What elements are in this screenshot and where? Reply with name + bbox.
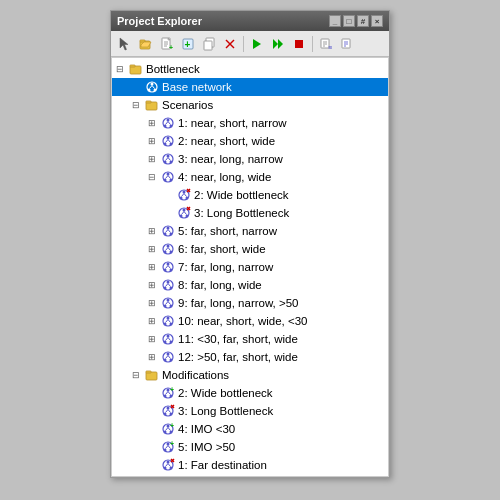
add-button[interactable]: + (178, 34, 198, 54)
separator-2 (312, 36, 313, 52)
svg-line-33 (150, 86, 153, 89)
svg-point-62 (183, 191, 186, 194)
open-folder-button[interactable] (136, 34, 156, 54)
svg-text:≡: ≡ (328, 44, 332, 51)
svg-rect-36 (146, 101, 151, 103)
settings-button[interactable]: ≡ (316, 34, 336, 54)
scenario-6-item[interactable]: ⊞ 6: far, short, wide (112, 240, 388, 258)
modifications-expand-button[interactable]: ⊟ (128, 367, 144, 383)
restore-button[interactable]: □ (343, 15, 355, 27)
svg-line-60 (168, 176, 171, 179)
svg-point-129 (164, 395, 167, 398)
s5-expand[interactable]: ⊞ (144, 223, 160, 239)
scenario-12-item[interactable]: ⊞ 12: >50, far, short, wide (112, 348, 388, 366)
scenario-5-label: 5: far, short, narrow (178, 225, 277, 237)
mod-3-item[interactable]: + 4: IMO <30 (112, 420, 388, 438)
svg-point-45 (164, 143, 167, 146)
svg-marker-14 (253, 39, 261, 49)
svg-point-31 (148, 89, 151, 92)
svg-line-106 (168, 302, 171, 305)
s9-expand[interactable]: ⊞ (144, 295, 160, 311)
svg-point-50 (167, 155, 170, 158)
svg-marker-16 (278, 39, 283, 49)
scenario-3-item[interactable]: ⊞ 3: near, long, narrow (112, 150, 388, 168)
scenario-7-item[interactable]: ⊞ 7: far, long, narrow (112, 258, 388, 276)
s2-expand[interactable]: ⊞ (144, 133, 160, 149)
svg-point-97 (164, 287, 167, 290)
run-all-button[interactable] (268, 34, 288, 54)
s6-expand[interactable]: ⊞ (144, 241, 160, 257)
stop-button[interactable] (289, 34, 309, 54)
scenario-10-item[interactable]: ⊞ 10: near, short, wide, <30 (112, 312, 388, 330)
scenario-9-item[interactable]: ⊞ 9: far, long, narrow, >50 (112, 294, 388, 312)
pin-button[interactable]: # (357, 15, 369, 27)
settings2-button[interactable] (337, 34, 357, 54)
scenarios-folder-icon (144, 97, 160, 113)
scenarios-expand-button[interactable]: ⊟ (128, 97, 144, 113)
cursor-icon (118, 37, 132, 51)
scenario-5-item[interactable]: ⊞ 5: far, short, narrow (112, 222, 388, 240)
scenario-3-icon (160, 151, 176, 167)
mod-2-item[interactable]: 3: Long Bottleneck (112, 402, 388, 420)
s4-child-2-icon (176, 205, 192, 221)
cursor-tool-button[interactable] (115, 34, 135, 54)
base-network-item[interactable]: Base network (112, 78, 388, 96)
svg-point-79 (164, 233, 167, 236)
scenarios-folder-item[interactable]: ⊟ Scenarios (112, 96, 388, 114)
svg-line-99 (166, 284, 169, 287)
s10-expand[interactable]: ⊞ (144, 313, 160, 329)
svg-line-123 (166, 356, 169, 359)
scenario-6-label: 6: far, short, wide (178, 243, 266, 255)
svg-point-38 (167, 119, 170, 122)
svg-line-53 (166, 158, 169, 161)
svg-line-118 (168, 338, 171, 341)
run-button[interactable] (247, 34, 267, 54)
s12-expand[interactable]: ⊞ (144, 349, 160, 365)
mod-4-icon: + (160, 439, 176, 455)
mod-2-icon (160, 403, 176, 419)
s8-expand[interactable]: ⊞ (144, 277, 160, 293)
scenario-4-item[interactable]: ⊟ 4: near, long, wide (112, 168, 388, 186)
copy-icon (202, 37, 216, 51)
minimize-button[interactable]: _ (329, 15, 341, 27)
svg-point-85 (164, 251, 167, 254)
svg-line-153 (166, 446, 169, 449)
modifications-folder-item[interactable]: ⊟ Modifications (112, 366, 388, 384)
svg-point-135 (167, 407, 170, 410)
s4-child-2-label: 3: Long Bottleneck (194, 207, 289, 219)
svg-line-139 (168, 410, 171, 413)
svg-point-121 (164, 359, 167, 362)
mod-4-item[interactable]: + 5: IMO >50 (112, 438, 388, 456)
scenario-1-item[interactable]: ⊞ 1: near, short, narrow (112, 114, 388, 132)
svg-point-157 (167, 461, 170, 464)
mod-1-label: 2: Wide bottleneck (178, 387, 273, 399)
s7-expand[interactable]: ⊞ (144, 259, 160, 275)
svg-line-93 (166, 266, 169, 269)
copy-button[interactable] (199, 34, 219, 54)
scenario-3-label: 3: near, long, narrow (178, 153, 283, 165)
s1-expand[interactable]: ⊞ (144, 115, 160, 131)
scenario-11-item[interactable]: ⊞ 11: <30, far, short, wide (112, 330, 388, 348)
s4-child-2-item[interactable]: 3: Long Bottleneck (112, 204, 388, 222)
svg-point-80 (170, 233, 173, 236)
root-expand-button[interactable]: ⊟ (112, 61, 128, 77)
title-bar-buttons: _ □ # × (329, 15, 383, 27)
s4-expand[interactable]: ⊟ (144, 169, 160, 185)
mod-5-item[interactable]: 1: Far destination (112, 456, 388, 474)
close-button[interactable]: × (371, 15, 383, 27)
svg-point-46 (170, 143, 173, 146)
svg-point-159 (170, 467, 173, 470)
scenario-2-item[interactable]: ⊞ 2: near, short, wide (112, 132, 388, 150)
delete-button[interactable] (220, 34, 240, 54)
s4-child-1-item[interactable]: 2: Wide bottleneck (112, 186, 388, 204)
new-document-button[interactable]: + (157, 34, 177, 54)
mod-1-item[interactable]: + 2: Wide bottleneck (112, 384, 388, 402)
scenario-7-icon (160, 259, 176, 275)
s11-expand[interactable]: ⊞ (144, 331, 160, 347)
s3-expand[interactable]: ⊞ (144, 151, 160, 167)
scenario-12-label: 12: >50, far, short, wide (178, 351, 298, 363)
scenario-8-item[interactable]: ⊞ 8: far, long, wide (112, 276, 388, 294)
svg-line-161 (168, 464, 171, 467)
svg-point-137 (170, 413, 173, 416)
tree-root-item[interactable]: ⊟ Bottleneck (112, 60, 388, 78)
